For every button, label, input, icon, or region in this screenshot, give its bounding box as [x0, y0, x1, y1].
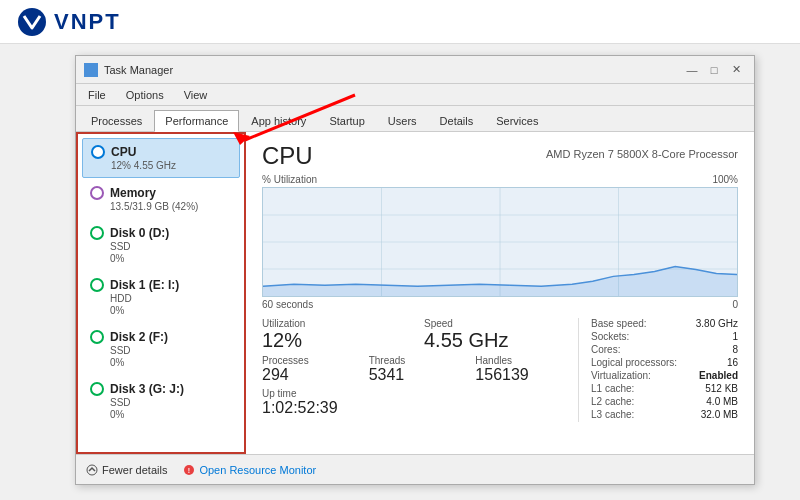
speed-stat: Speed 4.55 GHz — [424, 318, 578, 351]
menu-view[interactable]: View — [180, 88, 212, 102]
cpu-stats-area: Utilization 12% Speed 4.55 GHz Processes… — [262, 318, 738, 422]
fewer-details-button[interactable]: Fewer details — [86, 464, 167, 476]
open-resource-monitor-link[interactable]: ! Open Resource Monitor — [183, 464, 316, 476]
sidebar-item-disk2[interactable]: Disk 2 (F:) SSD 0% — [82, 324, 240, 374]
vnpt-bar: VNPT — [0, 0, 800, 44]
processes-value: 294 — [262, 366, 365, 384]
sidebar-disk1-header: Disk 1 (E: I:) — [90, 278, 232, 292]
sidebar-item-disk3[interactable]: Disk 3 (G: J:) SSD 0% — [82, 376, 240, 426]
spec-l2: L2 cache: 4.0 MB — [591, 396, 738, 407]
processes-label: Processes — [262, 355, 365, 366]
cores-val: 8 — [732, 344, 738, 355]
l1-val: 512 KB — [705, 383, 738, 394]
svg-text:!: ! — [188, 467, 190, 474]
tab-performance[interactable]: Performance — [154, 110, 239, 132]
window-controls: — □ ✕ — [682, 61, 746, 79]
sidebar-item-cpu[interactable]: CPU 12% 4.55 GHz — [82, 138, 240, 178]
resource-monitor-icon: ! — [183, 464, 195, 476]
tm-body: CPU 12% 4.55 GHz Memory 13.5/31.9 GB (42… — [76, 132, 754, 454]
sidebar-cpu-sub: 12% 4.55 GHz — [91, 160, 231, 171]
speed-label: Speed — [424, 318, 578, 329]
memory-circle-icon — [90, 186, 104, 200]
sidebar-cpu-name: CPU — [111, 145, 136, 159]
logical-val: 16 — [727, 357, 738, 368]
sidebar-disk0-header: Disk 0 (D:) — [90, 226, 232, 240]
sidebar-disk1-name: Disk 1 (E: I:) — [110, 278, 179, 292]
taskmanager-icon — [84, 63, 98, 77]
sidebar-item-memory[interactable]: Memory 13.5/31.9 GB (42%) — [82, 180, 240, 218]
spec-l1: L1 cache: 512 KB — [591, 383, 738, 394]
sidebar-disk2-type: SSD — [90, 345, 232, 356]
sidebar-disk2-header: Disk 2 (F:) — [90, 330, 232, 344]
utilization-label: Utilization — [262, 318, 416, 329]
minimize-button[interactable]: — — [682, 61, 702, 79]
sidebar-cpu-header: CPU — [91, 145, 231, 159]
menu-file[interactable]: File — [84, 88, 110, 102]
maximize-button[interactable]: □ — [704, 61, 724, 79]
spec-cores: Cores: 8 — [591, 344, 738, 355]
sidebar-disk0-name: Disk 0 (D:) — [110, 226, 169, 240]
sidebar-disk0-type: SSD — [90, 241, 232, 252]
sockets-label: Sockets: — [591, 331, 629, 342]
sidebar-disk1-type: HDD — [90, 293, 232, 304]
open-rm-label: Open Resource Monitor — [199, 464, 316, 476]
base-speed-label: Base speed: — [591, 318, 647, 329]
tab-users[interactable]: Users — [377, 110, 428, 131]
spec-logical: Logical processors: 16 — [591, 357, 738, 368]
processes-stat: Processes 294 — [262, 355, 365, 384]
chevron-up-icon — [86, 464, 98, 476]
logical-label: Logical processors: — [591, 357, 677, 368]
tab-processes[interactable]: Processes — [80, 110, 153, 131]
handles-value: 156139 — [475, 366, 578, 384]
cpu-stats-grid2: Processes 294 Threads 5341 Handles 15613… — [262, 355, 578, 384]
vnpt-logo-text: VNPT — [54, 9, 121, 35]
vnpt-logo: VNPT — [16, 6, 121, 38]
sidebar-memory-header: Memory — [90, 186, 232, 200]
cores-label: Cores: — [591, 344, 620, 355]
vnpt-icon — [16, 6, 48, 38]
l2-val: 4.0 MB — [706, 396, 738, 407]
sidebar-disk2-pct: 0% — [90, 357, 232, 368]
sidebar-item-disk0[interactable]: Disk 0 (D:) SSD 0% — [82, 220, 240, 270]
tab-app-history[interactable]: App history — [240, 110, 317, 131]
tab-details[interactable]: Details — [429, 110, 485, 131]
speed-value: 4.55 GHz — [424, 329, 578, 351]
titlebar-title: Task Manager — [84, 63, 173, 77]
cpu-model: AMD Ryzen 7 5800X 8-Core Processor — [546, 148, 738, 160]
disk3-circle-icon — [90, 382, 104, 396]
chart-time-label: 60 seconds — [262, 299, 313, 310]
tab-startup[interactable]: Startup — [318, 110, 375, 131]
tab-bar: Processes Performance App history Startu… — [76, 106, 754, 132]
utilization-stat: Utilization 12% — [262, 318, 416, 351]
sidebar: CPU 12% 4.55 GHz Memory 13.5/31.9 GB (42… — [76, 132, 246, 454]
handles-stat: Handles 156139 — [475, 355, 578, 384]
sidebar-memory-name: Memory — [110, 186, 156, 200]
svg-point-0 — [18, 8, 46, 36]
sidebar-memory-sub: 13.5/31.9 GB (42%) — [90, 201, 232, 212]
cpu-header: CPU AMD Ryzen 7 5800X 8-Core Processor — [262, 142, 738, 170]
threads-value: 5341 — [369, 366, 472, 384]
l3-label: L3 cache: — [591, 409, 634, 420]
virt-val: Enabled — [699, 370, 738, 381]
threads-stat: Threads 5341 — [369, 355, 472, 384]
titlebar-text: Task Manager — [104, 64, 173, 76]
base-speed-val: 3.80 GHz — [696, 318, 738, 329]
sidebar-item-disk1[interactable]: Disk 1 (E: I:) HDD 0% — [82, 272, 240, 322]
cpu-left-stats: Utilization 12% Speed 4.55 GHz Processes… — [262, 318, 578, 422]
sidebar-disk3-pct: 0% — [90, 409, 232, 420]
close-button[interactable]: ✕ — [726, 61, 746, 79]
handles-label: Handles — [475, 355, 578, 366]
sidebar-disk1-pct: 0% — [90, 305, 232, 316]
uptime-label: Up time — [262, 388, 578, 399]
sidebar-disk3-header: Disk 3 (G: J:) — [90, 382, 232, 396]
tab-services[interactable]: Services — [485, 110, 549, 131]
cpu-chart-svg — [263, 188, 737, 296]
chart-time-end: 0 — [732, 299, 738, 310]
disk0-circle-icon — [90, 226, 104, 240]
disk1-circle-icon — [90, 278, 104, 292]
svg-point-9 — [87, 465, 97, 475]
sidebar-disk3-type: SSD — [90, 397, 232, 408]
cpu-specs: Base speed: 3.80 GHz Sockets: 1 Cores: 8… — [578, 318, 738, 422]
spec-base-speed: Base speed: 3.80 GHz — [591, 318, 738, 329]
menu-options[interactable]: Options — [122, 88, 168, 102]
